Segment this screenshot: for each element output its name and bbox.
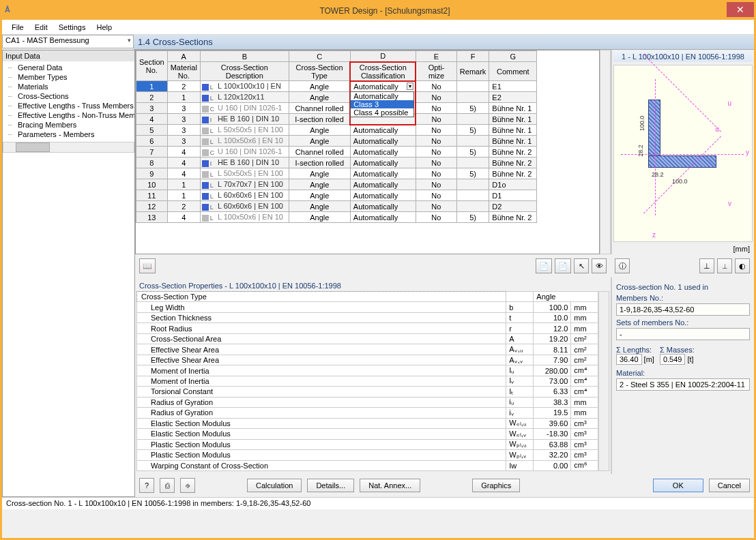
table-row[interactable]: 101L L 70x70x7 | EN 100AngleAutomaticall… (136, 179, 537, 190)
library-button[interactable]: 📖 (139, 258, 156, 273)
table-row[interactable]: 74C U 160 | DIN 1026-1Channel rolledAuto… (136, 147, 537, 158)
dim-button[interactable]: ⟂ (717, 258, 732, 273)
cancel-button[interactable]: Cancel (709, 479, 750, 492)
props-title: Cross-Section Properties - L 100x100x10 … (136, 280, 609, 291)
menu-edit[interactable]: Edit (29, 22, 53, 33)
table-row[interactable]: 33C U 160 | DIN 1026-1Channel rolledNo5)… (136, 103, 537, 114)
table-row[interactable]: 53L L 50x50x5 | EN 100AngleAutomatically… (136, 125, 537, 136)
graphics-button[interactable]: Graphics (472, 479, 520, 492)
statusbar: Cross-section No. 1 - L 100x100x10 | EN … (2, 497, 754, 509)
stress-button[interactable]: ◐ (735, 258, 750, 273)
axis-button[interactable]: ⊥ (699, 258, 714, 273)
table-row[interactable]: 21L L 120x120x11AngleNoE2 (136, 92, 537, 103)
close-button[interactable]: ✕ (727, 2, 754, 17)
app-icon: Å (5, 5, 16, 16)
preview-unit: [mm] (613, 245, 753, 253)
length-value: 36.40 (616, 354, 642, 365)
table-row[interactable]: 122L L 60x60x6 | EN 100AngleAutomaticall… (136, 201, 537, 212)
length-label: Σ Lengths: (616, 346, 654, 354)
export-button[interactable]: ⎙ (160, 478, 175, 493)
icon-btn-1[interactable]: 📄 (536, 258, 552, 273)
ok-button[interactable]: OK (653, 479, 703, 492)
mass-unit: [t] (687, 355, 693, 363)
sets-label: Sets of members No.: (616, 318, 750, 327)
tree-item[interactable]: Parameters - Members (3, 130, 134, 139)
tree-item[interactable]: Cross-Sections (3, 91, 134, 101)
grid-vscroll[interactable] (600, 50, 611, 254)
menubar: File Edit Settings Help (2, 20, 754, 35)
table-row[interactable]: 111L L 60x60x6 | EN 100AngleAutomaticall… (136, 190, 537, 201)
icon-btn-4[interactable]: 👁 (592, 258, 607, 273)
section-title: 1.4 Cross-Sections (134, 35, 754, 50)
tree-item[interactable]: General Data (3, 63, 134, 72)
combo-main[interactable]: CA1 - MAST Bemessung (2, 35, 134, 48)
import-button[interactable]: ⎆ (180, 478, 195, 493)
menu-file[interactable]: File (6, 22, 29, 33)
used-in-label: Cross-section No. 1 used in (616, 283, 750, 291)
table-row[interactable]: 12L L 100x100x10 | ENAngleAutomatically▾… (136, 81, 537, 92)
tree-item[interactable]: Effective Lengths - Non-Truss Members (3, 110, 134, 120)
icon-btn-3[interactable]: ↖ (574, 258, 589, 273)
help-button[interactable]: ? (139, 478, 154, 493)
tree-item[interactable]: Member Types (3, 72, 134, 82)
info-button[interactable]: ⓘ (615, 258, 630, 273)
preview-caption: 1 - L 100x100x10 | EN 10056-1:1998 (613, 51, 753, 62)
nat-annex-button[interactable]: Nat. Annex... (360, 479, 420, 492)
props-vscroll[interactable] (598, 291, 609, 471)
members-box: 1-9,18-26,35-43,52-60 (616, 303, 750, 316)
tree-item[interactable]: Bracing Members (3, 120, 134, 130)
material-box: 2 - Steel S 355 | EN 10025-2:2004-11 (616, 378, 750, 391)
mass-value: 0.549 (660, 354, 686, 365)
window-title: TOWER Design - [Schulungsmast2] (16, 6, 754, 16)
details-button[interactable]: Details... (307, 479, 354, 492)
menu-help[interactable]: Help (91, 22, 117, 33)
mass-label: Σ Masses: (660, 346, 695, 354)
tree-header: Input Data (3, 50, 134, 61)
titlebar: Å TOWER Design - [Schulungsmast2] ✕ (2, 2, 754, 20)
cross-sections-grid[interactable]: SectionNo.ABCDEFGMaterialNo.Cross-Sectio… (136, 50, 537, 223)
tree-item[interactable]: Effective Lengths - Truss Members (3, 101, 134, 110)
icon-btn-2[interactable]: 📄 (555, 258, 571, 273)
length-unit: [m] (644, 355, 654, 363)
sets-box: - (616, 328, 750, 340)
preview-canvas: y z u v α 100.0 28.2 28.2 100.0 (613, 65, 753, 242)
table-row[interactable]: 134L L 100x50x6 | EN 10AngleAutomaticall… (136, 212, 537, 223)
calculation-button[interactable]: Calculation (247, 479, 302, 492)
material-label: Material: (616, 369, 750, 377)
table-row[interactable]: 43I HE B 160 | DIN 10I-section rolledNoB… (136, 114, 537, 125)
members-label: Members No.: (616, 294, 750, 302)
menu-settings[interactable]: Settings (53, 22, 91, 33)
table-row[interactable]: 63L L 100x50x6 | EN 10AngleAutomatically… (136, 136, 537, 147)
tree-item[interactable]: Materials (3, 82, 134, 91)
props-table: Cross-Section TypeAngleLeg Widthb100.0mm… (136, 291, 598, 471)
table-row[interactable]: 84I HE B 160 | DIN 10I-section rolledAut… (136, 158, 537, 168)
table-row[interactable]: 94L L 50x50x5 | EN 100AngleAutomatically… (136, 168, 537, 179)
sidebar-hscroll[interactable] (3, 142, 134, 153)
